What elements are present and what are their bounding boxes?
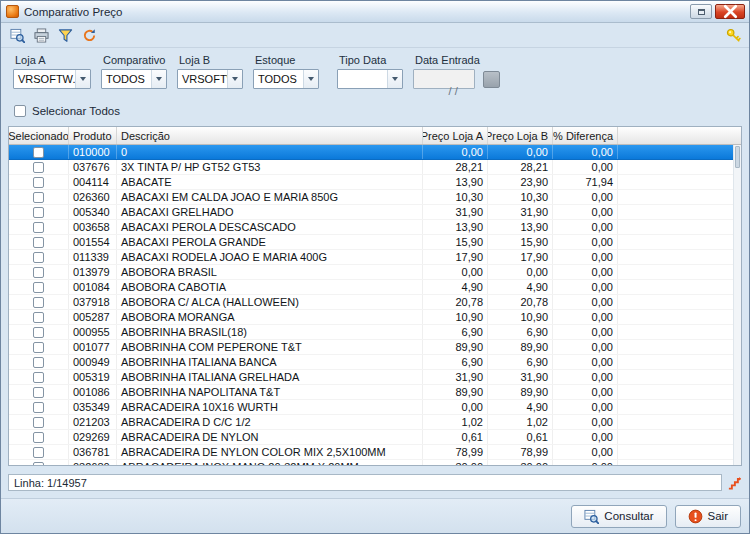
row-checkbox[interactable] [33,237,44,248]
data-entrada-value: / / [449,85,458,97]
row-checkbox[interactable] [33,432,44,443]
table-row[interactable]: 000949 ABOBRINHA ITALIANA BANCA 6,90 6,9… [9,355,741,370]
settings-key-button[interactable] [723,25,743,45]
table-row[interactable]: 003658 ABACAXI PEROLA DESCASCADO 13,90 1… [9,220,741,235]
row-preco-loja-b: 28,21 [488,160,553,174]
row-descricao: ABACAXI GRELHADO [117,205,423,219]
comparativo-select[interactable]: TODOS [101,69,167,89]
row-checkbox[interactable] [33,462,44,466]
table-row[interactable]: 005340 ABACAXI GRELHADO 31,90 31,90 0,00 [9,205,741,220]
row-descricao: ABOBRINHA ITALIANA GRELHADA [117,370,423,384]
row-preco-loja-a: 78,99 [423,445,488,459]
data-entrada-input[interactable]: / / [413,69,475,89]
loja-b-select[interactable]: VRSOFTW... [177,69,243,89]
table-row[interactable]: 001077 ABOBRINHA COM PEPERONE T&T 89,90 … [9,340,741,355]
sair-button[interactable]: Sair [675,505,741,528]
column-header-produto[interactable]: Produto [69,127,117,144]
row-diferenca: 0,00 [553,460,618,465]
row-produto: 000949 [69,355,117,369]
row-checkbox[interactable] [33,387,44,398]
bottom-button-bar: Consultar Sair [1,498,749,533]
row-checkbox[interactable] [33,357,44,368]
row-checkbox[interactable] [33,177,44,188]
column-header-descricao[interactable]: Descrição [117,127,423,144]
row-checkbox[interactable] [33,342,44,353]
row-checkbox[interactable] [33,327,44,338]
data-entrada-label: Data Entrada [415,54,500,66]
row-checkbox[interactable] [33,147,44,158]
row-checkbox[interactable] [33,282,44,293]
table-row[interactable]: 021203 ABRACADEIRA D C/C 1/2 1,02 1,02 0… [9,415,741,430]
table-row[interactable]: 004114 ABACATE 13,90 23,90 71,94 [9,175,741,190]
estoque-label: Estoque [255,54,319,66]
column-header-selecionado[interactable]: Selecionado [9,127,69,144]
row-produto: 001077 [69,340,117,354]
loja-a-select[interactable]: VRSOFTW... [13,69,91,89]
row-filler [618,175,741,189]
table-row[interactable]: 005287 ABOBORA MORANGA 10,90 10,90 0,00 [9,310,741,325]
filter-button[interactable] [55,25,75,45]
row-preco-loja-b: 6,90 [488,325,553,339]
row-produto: 001554 [69,235,117,249]
estoque-select[interactable]: TODOS [253,69,319,89]
row-checkbox[interactable] [33,192,44,203]
row-select-cell [9,265,69,279]
tipo-data-select[interactable] [337,69,403,89]
search-table-icon [584,509,599,524]
print-button[interactable] [31,25,51,45]
maximize-button[interactable] [690,4,712,19]
table-row[interactable]: 011339 ABACAXI RODELA JOAO E MARIA 400G … [9,250,741,265]
refresh-button[interactable] [79,25,99,45]
row-produto: 005340 [69,205,117,219]
row-checkbox[interactable] [33,417,44,428]
row-checkbox[interactable] [33,222,44,233]
row-produto: 011339 [69,250,117,264]
row-preco-loja-b: 10,90 [488,310,553,324]
row-checkbox[interactable] [33,207,44,218]
table-row[interactable]: 032680 ABRACADEIRA INOX MANG 20-32MM X 2… [9,460,741,465]
row-checkbox[interactable] [33,297,44,308]
row-filler [618,445,741,459]
data-entrada-button[interactable] [483,71,500,88]
row-checkbox[interactable] [33,252,44,263]
row-checkbox[interactable] [33,447,44,458]
table-row[interactable]: 036781 ABRACADEIRA DE NYLON COLOR MIX 2,… [9,445,741,460]
table-row[interactable]: 037676 3X TINTA P/ HP GT52 GT53 28,21 28… [9,160,741,175]
search-button[interactable] [7,25,27,45]
table-row[interactable]: 026360 ABACAXI EM CALDA JOAO E MARIA 850… [9,190,741,205]
refresh-icon [82,28,97,43]
close-button[interactable] [715,4,745,19]
table-row[interactable]: 013979 ABOBORA BRASIL 0,00 0,00 0,00 [9,265,741,280]
table-row[interactable]: 035349 ABRACADEIRA 10X16 WURTH 0,00 4,90… [9,400,741,415]
column-header-preco-loja-b[interactable]: Preço Loja B [488,127,553,144]
table-row[interactable]: 001086 ABOBRINHA NAPOLITANA T&T 89,90 89… [9,385,741,400]
table-row[interactable]: 001554 ABACAXI PEROLA GRANDE 15,90 15,90… [9,235,741,250]
row-checkbox[interactable] [33,162,44,173]
row-filler [618,340,741,354]
comparativo-preco-window: Comparativo Preço [0,0,750,534]
row-select-cell [9,220,69,234]
row-checkbox[interactable] [33,372,44,383]
table-row[interactable]: 010000 0 0,00 0,00 0,00 [9,145,741,160]
column-header-diferenca[interactable]: % Diferença [553,127,618,144]
column-header-preco-loja-a[interactable]: Preço Loja A [423,127,488,144]
row-produto: 005319 [69,370,117,384]
row-diferenca: 0,00 [553,415,618,429]
chevron-down-icon [227,70,242,88]
table-row[interactable]: 000955 ABOBRINHA BRASIL(18) 6,90 6,90 0,… [9,325,741,340]
row-filler [618,220,741,234]
stairs-indicator-icon[interactable] [727,475,742,490]
table-row[interactable]: 037918 ABOBORA C/ ALCA (HALLOWEEN) 20,78… [9,295,741,310]
select-all-checkbox[interactable] [14,105,26,117]
table-row[interactable]: 001084 ABOBORA CABOTIA 4,90 4,90 0,00 [9,280,741,295]
row-checkbox[interactable] [33,402,44,413]
row-checkbox[interactable] [33,267,44,278]
consultar-button[interactable]: Consultar [571,505,666,528]
table-row[interactable]: 029269 ABRACADEIRA DE NYLON 0,61 0,61 0,… [9,430,741,445]
table-row[interactable]: 005319 ABOBRINHA ITALIANA GRELHADA 31,90… [9,370,741,385]
row-descricao: ABRACADEIRA INOX MANG 20-32MM X 20MM [117,460,423,465]
table-scrollbar[interactable] [733,145,741,465]
row-checkbox[interactable] [33,312,44,323]
scrollbar-thumb[interactable] [735,146,740,168]
row-select-cell [9,280,69,294]
